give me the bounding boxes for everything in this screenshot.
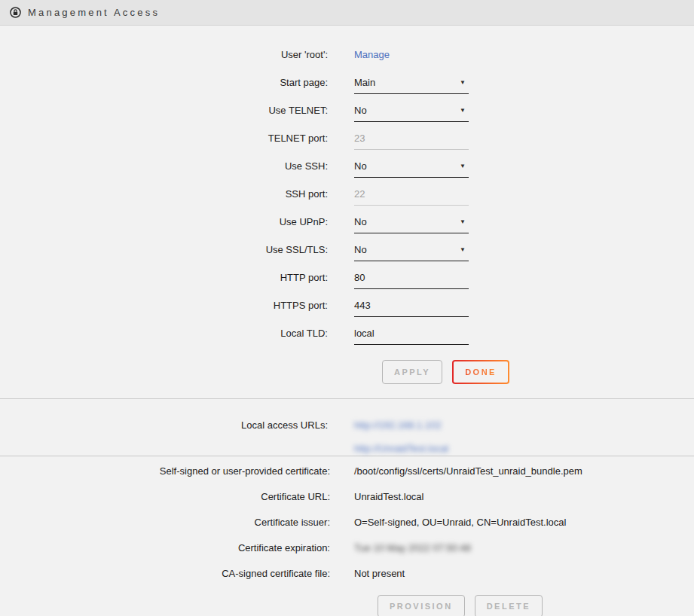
apply-button[interactable]: APPLY (382, 360, 442, 384)
certificate-url-value: UnraidTest.local (354, 486, 424, 502)
form-row-start-page: Start page: Main ▼ (0, 73, 694, 101)
chevron-down-icon: ▼ (460, 80, 467, 86)
form-row-telnet-port: TELNET port: (0, 129, 694, 157)
cert-row-issuer: Certificate issuer: O=Self-signed, OU=Un… (0, 512, 694, 538)
form-row-http-port: HTTP port: (0, 268, 694, 296)
use-ssh-value: No (354, 160, 367, 172)
local-access-section: Local access URLs: http://192.168.1.102 … (0, 398, 694, 456)
telnet-port-input (354, 133, 467, 144)
certificate-path-value: /boot/config/ssl/certs/UnraidTest_unraid… (354, 461, 582, 477)
local-access-url-hostname[interactable]: http://UnraidTest.local (354, 443, 448, 454)
certificate-section: Self-signed or user-provided certificate… (0, 456, 694, 616)
form-row-local-tld: Local TLD: (0, 324, 694, 352)
certificate-issuer-label: Certificate issuer: (0, 512, 354, 528)
use-ssh-select[interactable]: No ▼ (354, 157, 469, 178)
local-access-url-ip[interactable]: http://192.168.1.102 (354, 419, 448, 431)
https-port-label: HTTPS port: (0, 296, 354, 311)
lock-circle-icon (10, 7, 21, 18)
certificate-path-label: Self-signed or user-provided certificate… (0, 461, 354, 477)
cert-row-ca-file: CA-signed certificate file: Not present (0, 563, 694, 589)
ssh-port-label: SSH port: (0, 184, 354, 200)
form-row-ssh-port: SSH port: (0, 184, 694, 212)
form-row-use-upnp: Use UPnP: No ▼ (0, 212, 694, 240)
chevron-down-icon: ▼ (460, 108, 467, 114)
form-row-user-root: User 'root': Manage (0, 45, 694, 73)
chevron-down-icon: ▼ (460, 247, 467, 253)
form-row-https-port: HTTPS port: (0, 296, 694, 324)
manage-link[interactable]: Manage (354, 49, 390, 60)
chevron-down-icon: ▼ (460, 163, 467, 169)
certificate-expiration-label: Certificate expiration: (0, 538, 354, 553)
use-telnet-value: No (354, 105, 367, 116)
page-header: Management Access (0, 0, 694, 26)
start-page-value: Main (354, 77, 375, 88)
use-ssl-tls-select[interactable]: No ▼ (354, 240, 469, 261)
provision-button[interactable]: PROVISION (378, 595, 465, 616)
form-row-use-ssh: Use SSH: No ▼ (0, 157, 694, 184)
cert-row-expiration: Certificate expiration: Tue 10 May 2022 … (0, 538, 694, 563)
start-page-select[interactable]: Main ▼ (354, 73, 469, 94)
use-ssl-tls-label: Use SSL/TLS: (0, 240, 354, 255)
http-port-label: HTTP port: (0, 268, 354, 283)
page-title: Management Access (28, 7, 160, 18)
done-button[interactable]: DONE (452, 360, 509, 384)
start-page-label: Start page: (0, 73, 354, 88)
form-row-use-ssl: Use SSL/TLS: No ▼ (0, 240, 694, 268)
http-port-input[interactable] (354, 272, 467, 283)
certificate-url-label: Certificate URL: (0, 486, 354, 502)
use-ssh-label: Use SSH: (0, 157, 354, 172)
use-ssl-tls-value: No (354, 244, 367, 255)
local-tld-label: Local TLD: (0, 324, 354, 339)
use-telnet-label: Use TELNET: (0, 101, 354, 116)
user-root-label: User 'root': (0, 45, 354, 60)
cert-row-url: Certificate URL: UnraidTest.local (0, 486, 694, 512)
cert-row-path: Self-signed or user-provided certificate… (0, 461, 694, 486)
certificate-issuer-value: O=Self-signed, OU=Unraid, CN=UnraidTest.… (354, 512, 566, 528)
https-port-input[interactable] (354, 300, 467, 311)
local-access-urls-label: Local access URLs: (0, 407, 354, 456)
certificate-expiration-value: Tue 10 May 2022 07:50:48 (354, 538, 471, 553)
use-upnp-label: Use UPnP: (0, 212, 354, 227)
form-row-use-telnet: Use TELNET: No ▼ (0, 101, 694, 129)
telnet-port-label: TELNET port: (0, 129, 354, 144)
use-upnp-value: No (354, 216, 367, 227)
use-upnp-select[interactable]: No ▼ (354, 212, 469, 233)
use-telnet-select[interactable]: No ▼ (354, 101, 469, 122)
management-access-form: User 'root': Manage Start page: Main ▼ U… (0, 26, 694, 384)
chevron-down-icon: ▼ (460, 219, 467, 225)
local-tld-input[interactable] (354, 328, 467, 339)
ssh-port-input (354, 188, 467, 200)
delete-button[interactable]: DELETE (475, 595, 543, 616)
ca-certificate-file-label: CA-signed certificate file: (0, 563, 354, 579)
ca-certificate-file-value: Not present (354, 563, 405, 579)
